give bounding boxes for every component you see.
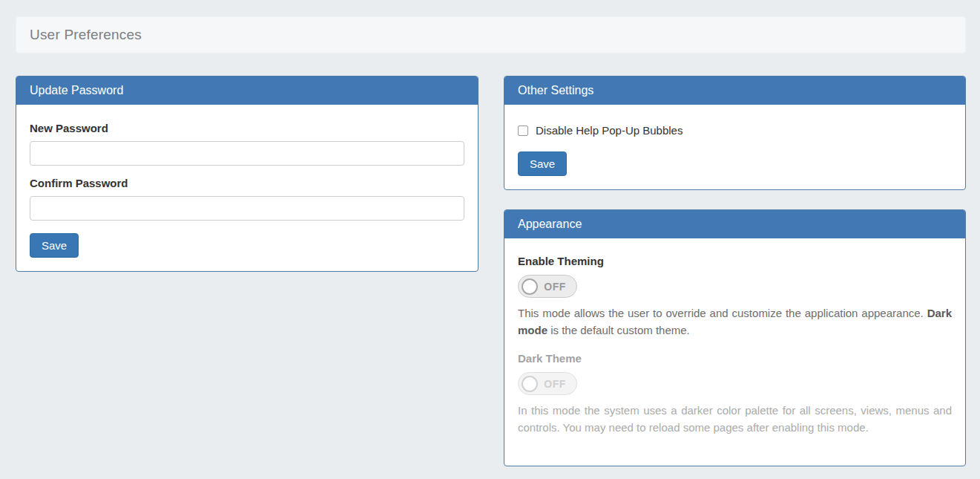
content-columns: Update Password New Password Confirm Pas… <box>16 76 966 466</box>
enable-theming-desc-part1: This mode allows the user to override an… <box>518 307 927 319</box>
confirm-password-input[interactable] <box>30 196 464 221</box>
enable-theming-label: Enable Theming <box>518 255 952 267</box>
other-settings-save-button[interactable]: Save <box>518 151 567 176</box>
other-settings-header: Other Settings <box>504 76 965 105</box>
dark-theme-toggle[interactable]: OFF <box>518 372 577 395</box>
dark-theme-description: In this mode the system uses a darker co… <box>518 403 952 436</box>
enable-theming-toggle[interactable]: OFF <box>518 275 577 298</box>
disable-help-popups-row: Disable Help Pop-Up Bubbles <box>518 124 952 137</box>
appearance-body: Enable Theming OFF This mode allows the … <box>504 238 965 466</box>
page-title: User Preferences <box>30 27 142 43</box>
toggle-knob-icon <box>522 376 538 392</box>
right-column: Other Settings Disable Help Pop-Up Bubbl… <box>504 76 966 466</box>
appearance-header: Appearance <box>504 210 965 238</box>
confirm-password-label: Confirm Password <box>30 177 464 189</box>
enable-theming-state: OFF <box>538 281 572 293</box>
appearance-panel: Appearance Enable Theming OFF This mode … <box>504 209 966 466</box>
other-settings-body: Disable Help Pop-Up Bubbles Save <box>504 105 965 189</box>
other-settings-panel: Other Settings Disable Help Pop-Up Bubbl… <box>504 76 966 190</box>
update-password-title: Update Password <box>30 84 123 97</box>
appearance-title: Appearance <box>518 218 582 231</box>
enable-theming-desc-part2: is the default custom theme. <box>547 324 690 336</box>
other-settings-title: Other Settings <box>518 84 593 97</box>
dark-theme-state: OFF <box>538 378 572 390</box>
toggle-knob-icon <box>522 278 538 295</box>
update-password-header: Update Password <box>16 76 478 105</box>
disable-help-popups-label[interactable]: Disable Help Pop-Up Bubbles <box>536 124 683 137</box>
update-password-panel: Update Password New Password Confirm Pas… <box>16 76 479 272</box>
enable-theming-description: This mode allows the user to override an… <box>518 305 952 339</box>
user-preferences-page: User Preferences Update Password New Pas… <box>0 0 980 479</box>
update-password-body: New Password Confirm Password Save <box>16 105 478 271</box>
disable-help-popups-checkbox[interactable] <box>518 126 528 136</box>
left-column: Update Password New Password Confirm Pas… <box>16 76 479 272</box>
new-password-label: New Password <box>30 122 464 134</box>
new-password-input[interactable] <box>30 141 464 166</box>
page-title-bar: User Preferences <box>16 16 966 53</box>
update-password-save-button[interactable]: Save <box>30 233 79 258</box>
dark-theme-label: Dark Theme <box>518 352 952 365</box>
